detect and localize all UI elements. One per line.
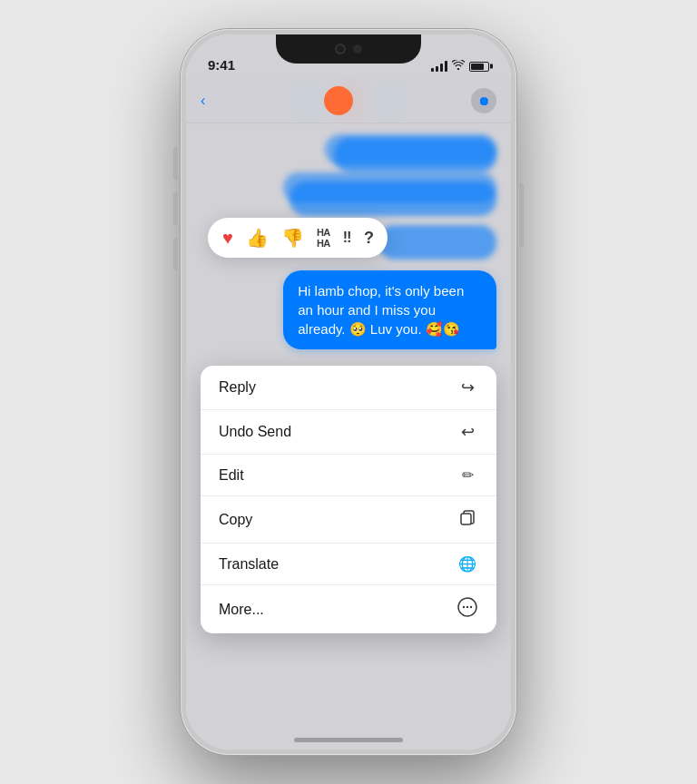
messages-area: ♥ 👍 👎 HAHA ‼ ? Hi lamb chop, it's only b… <box>186 123 511 750</box>
reaction-heart[interactable]: ♥ <box>222 229 233 247</box>
home-indicator <box>294 738 403 742</box>
reaction-question[interactable]: ? <box>364 229 374 248</box>
old-bubble <box>325 134 496 165</box>
old-bubble <box>283 172 496 203</box>
contact-avatar <box>324 86 353 115</box>
battery-icon <box>469 62 489 72</box>
content-overlay: ‹ ⏺ <box>186 78 511 750</box>
context-copy[interactable]: Copy <box>201 496 496 544</box>
video-call-button[interactable]: ⏺ <box>471 88 496 113</box>
undo-send-label: Undo Send <box>219 424 291 440</box>
copy-icon <box>456 508 478 531</box>
wifi-icon <box>452 60 465 73</box>
more-label: More... <box>219 602 264 618</box>
svg-rect-1 <box>461 514 471 524</box>
reaction-thumbsup[interactable]: 👍 <box>246 229 269 247</box>
context-undo-send[interactable]: Undo Send ↩ <box>201 410 496 455</box>
phone-screen: 9:41 <box>186 34 511 750</box>
signal-icon <box>431 61 447 72</box>
context-translate[interactable]: Translate 🌐 <box>201 544 496 585</box>
camera <box>335 44 346 54</box>
reaction-bar[interactable]: ♥ 👍 👎 HAHA ‼ ? <box>208 218 388 258</box>
reply-icon: ↩ <box>456 377 478 397</box>
speaker <box>353 44 362 54</box>
reply-label: Reply <box>219 379 256 396</box>
screen: 9:41 <box>186 34 511 750</box>
context-more[interactable]: More... <box>201 585 496 633</box>
chat-header: ‹ ⏺ <box>186 78 511 123</box>
edit-label: Edit <box>219 467 244 484</box>
notch <box>276 34 421 64</box>
translate-icon: 🌐 <box>456 555 478 573</box>
undo-send-icon: ↩ <box>456 422 478 442</box>
back-icon: ‹ <box>201 93 205 109</box>
translate-label: Translate <box>219 556 279 573</box>
old-messages <box>201 134 496 203</box>
context-reply[interactable]: Reply ↩ <box>201 366 496 410</box>
reaction-haha[interactable]: HAHA <box>317 227 330 249</box>
phone-frame: 9:41 <box>181 29 516 755</box>
status-icons <box>431 60 489 73</box>
status-time: 9:41 <box>208 57 235 73</box>
copy-label: Copy <box>219 512 252 528</box>
active-message-wrapper: Hi lamb chop, it's only been an hour and… <box>201 270 496 349</box>
svg-point-4 <box>466 606 468 608</box>
svg-point-5 <box>470 606 472 608</box>
reaction-thumbsdown[interactable]: 👎 <box>281 229 304 247</box>
svg-point-3 <box>463 606 465 608</box>
edit-icon: ✏ <box>456 466 478 484</box>
context-edit[interactable]: Edit ✏ <box>201 455 496 496</box>
header-contact <box>324 86 353 115</box>
context-menu: Reply ↩ Undo Send ↩ Edit ✏ Copy <box>201 366 496 633</box>
more-icon <box>456 597 478 622</box>
reaction-exclaim[interactable]: ‼ <box>343 230 351 246</box>
message-text: Hi lamb chop, it's only been an hour and… <box>298 283 464 337</box>
back-button[interactable]: ‹ <box>201 93 205 109</box>
active-message-bubble: Hi lamb chop, it's only been an hour and… <box>283 270 496 349</box>
video-icon: ⏺ <box>477 93 490 108</box>
